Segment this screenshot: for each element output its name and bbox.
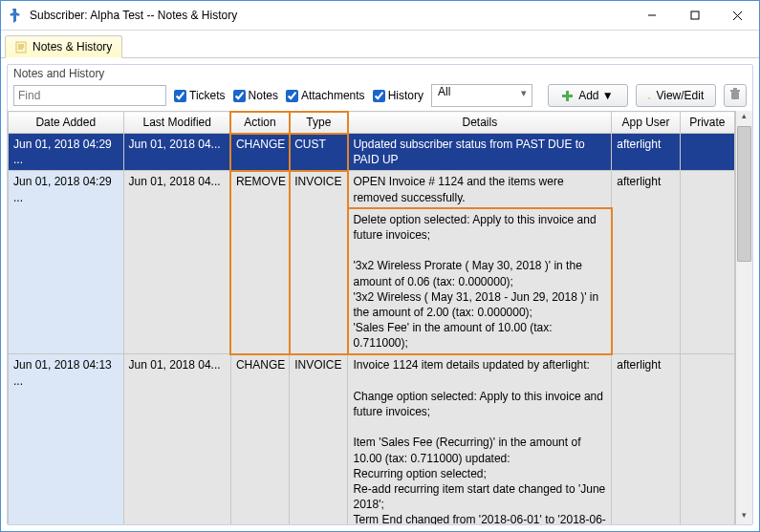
cell-last-modified: Jun 01, 2018 04...	[123, 354, 230, 524]
col-app-user[interactable]: App User	[612, 112, 681, 134]
section-label: Notes and History	[8, 65, 752, 80]
svg-rect-10	[733, 88, 737, 90]
cell-type: CUST	[290, 134, 348, 171]
tab-notes-history[interactable]: Notes & History	[5, 35, 122, 58]
svg-rect-9	[730, 90, 740, 92]
tickets-label: Tickets	[189, 89, 226, 102]
vertical-scrollbar[interactable]: ▴ ▾	[735, 111, 752, 524]
scroll-up-arrow[interactable]: ▴	[736, 111, 752, 125]
col-type[interactable]: Type	[290, 112, 348, 134]
svg-rect-8	[731, 92, 739, 99]
cell-details: Updated subscriber status from PAST DUE …	[348, 134, 612, 171]
cell-type: INVOICE	[290, 171, 348, 354]
tab-label: Notes & History	[33, 40, 112, 53]
cell-details: Invoice 1124 item details updated by aft…	[348, 354, 612, 524]
svg-rect-6	[562, 95, 573, 97]
cell-app-user: afterlight	[612, 134, 681, 171]
cell-action: REMOVE	[230, 171, 289, 354]
scroll-thumb[interactable]	[737, 126, 751, 262]
notes-icon	[15, 40, 29, 53]
notes-label: Notes	[249, 89, 278, 102]
cell-last-modified: Jun 01, 2018 04...	[123, 134, 230, 171]
cell-action: CHANGE	[230, 354, 289, 524]
cell-date-added: Jun 01, 2018 04:29 ...	[9, 171, 124, 354]
cell-app-user: afterlight	[612, 354, 681, 524]
table-row[interactable]: Jun 01, 2018 04:29 ... Jun 01, 2018 04..…	[9, 171, 735, 208]
titlebar: Subscriber: Alpha Test -- Notes & Histor…	[1, 1, 759, 31]
history-label: History	[388, 89, 423, 102]
cell-action: CHANGE	[230, 134, 289, 171]
trash-button[interactable]	[724, 84, 747, 107]
table-row[interactable]: Jun 01, 2018 04:13 ... Jun 01, 2018 04..…	[9, 354, 735, 524]
minimize-button[interactable]	[630, 1, 673, 30]
trash-icon	[728, 88, 742, 104]
cell-type: INVOICE	[290, 354, 348, 524]
col-details[interactable]: Details	[348, 112, 612, 134]
attachments-label: Attachments	[301, 89, 365, 102]
svg-rect-1	[691, 11, 699, 19]
close-button[interactable]	[716, 1, 759, 30]
history-table: Date Added Last Modified Action Type Det…	[8, 111, 735, 524]
cell-details-extra: Delete option selected: Apply to this in…	[348, 208, 612, 354]
filter-dropdown[interactable]: All	[431, 84, 532, 107]
add-label: Add ▼	[578, 89, 614, 102]
cell-private	[680, 134, 734, 171]
notes-checkbox[interactable]: Notes	[233, 89, 278, 102]
table-header-row: Date Added Last Modified Action Type Det…	[9, 112, 735, 134]
cell-date-added: Jun 01, 2018 04:29 ...	[9, 134, 124, 171]
cell-date-added: Jun 01, 2018 04:13 ...	[9, 354, 124, 524]
col-private[interactable]: Private	[680, 112, 734, 134]
maximize-button[interactable]	[673, 1, 716, 30]
cell-private	[680, 171, 734, 354]
col-date-added[interactable]: Date Added	[9, 112, 124, 134]
add-button[interactable]: Add ▼	[548, 84, 628, 107]
cell-last-modified: Jun 01, 2018 04...	[123, 171, 230, 354]
content-panel: Notes and History Tickets Notes Attachme…	[7, 64, 753, 525]
history-checkbox[interactable]: History	[373, 89, 423, 102]
app-window: Subscriber: Alpha Test -- Notes & Histor…	[0, 0, 760, 532]
window-buttons	[630, 1, 759, 30]
col-action[interactable]: Action	[230, 112, 289, 134]
table-row[interactable]: Jun 01, 2018 04:29 ... Jun 01, 2018 04..…	[9, 134, 735, 171]
view-edit-button[interactable]: View/Edit	[636, 84, 716, 107]
filter-value: All	[438, 85, 450, 98]
plus-icon	[562, 91, 573, 101]
attachments-checkbox[interactable]: Attachments	[286, 89, 365, 102]
cell-details: OPEN Invoice # 1124 and the items were r…	[348, 171, 612, 208]
find-input[interactable]	[13, 85, 166, 106]
window-title: Subscriber: Alpha Test -- Notes & Histor…	[30, 9, 630, 22]
cell-app-user: afterlight	[612, 171, 681, 354]
col-last-modified[interactable]: Last Modified	[123, 112, 230, 134]
toolbar: Tickets Notes Attachments History All Ad…	[8, 80, 752, 111]
pencil-icon	[648, 89, 651, 102]
view-edit-label: View/Edit	[656, 89, 704, 102]
cell-private	[680, 354, 734, 524]
tickets-checkbox[interactable]: Tickets	[174, 89, 226, 102]
app-icon	[9, 8, 24, 23]
grid: Date Added Last Modified Action Type Det…	[8, 111, 752, 524]
tabstrip: Notes & History	[1, 31, 759, 58]
scroll-down-arrow[interactable]: ▾	[736, 510, 752, 524]
